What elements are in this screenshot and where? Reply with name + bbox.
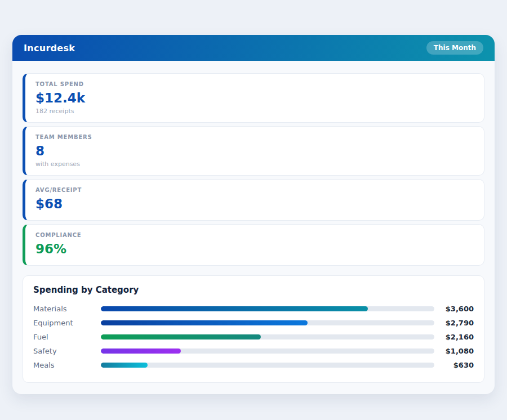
bar-row-meals: Meals$630 bbox=[33, 358, 474, 372]
stat-value: $12.4k bbox=[35, 90, 474, 106]
stat-label: COMPLIANCE bbox=[35, 232, 474, 239]
bar-category-label: Materials bbox=[33, 305, 101, 313]
bar-row-materials: Materials$3,600 bbox=[33, 302, 474, 316]
bar-category-label: Fuel bbox=[33, 333, 101, 341]
dashboard-panel: Incurdesk This Month TOTAL SPEND $12.4k … bbox=[12, 35, 495, 394]
stat-card-compliance: COMPLIANCE 96% bbox=[23, 224, 484, 266]
dashboard-body: TOTAL SPEND $12.4k 182 receipts TEAM MEM… bbox=[12, 61, 495, 383]
bar-row-safety: Safety$1,080 bbox=[33, 344, 474, 358]
bar-fill bbox=[101, 334, 261, 339]
chart-title: Spending by Category bbox=[33, 285, 474, 295]
stat-card-team-members: TEAM MEMBERS 8 with expenses bbox=[23, 126, 484, 176]
stat-label: TOTAL SPEND bbox=[35, 81, 474, 88]
stat-subtext: with expenses bbox=[35, 160, 474, 168]
stat-value: 8 bbox=[35, 142, 474, 159]
bar-category-label: Meals bbox=[33, 361, 101, 369]
bar-fill bbox=[101, 306, 368, 311]
bar-value-label: $3,600 bbox=[439, 305, 474, 313]
bar-value-label: $1,080 bbox=[439, 347, 474, 355]
app-title: Incurdesk bbox=[24, 43, 75, 53]
bar-row-equipment: Equipment$2,790 bbox=[33, 316, 474, 330]
bar-value-label: $2,160 bbox=[439, 333, 474, 341]
app-header: Incurdesk This Month bbox=[12, 35, 495, 61]
spending-by-category-chart: Spending by Category Materials$3,600Equi… bbox=[23, 275, 484, 383]
stat-label: AVG/RECEIPT bbox=[35, 187, 474, 194]
bar-track bbox=[101, 363, 434, 368]
bar-track bbox=[101, 348, 434, 354]
bar-row-fuel: Fuel$2,160 bbox=[33, 330, 474, 344]
period-filter-badge[interactable]: This Month bbox=[426, 41, 483, 55]
bar-track bbox=[101, 334, 434, 339]
bar-category-label: Equipment bbox=[33, 319, 101, 327]
stat-card-avg-receipt: AVG/RECEIPT $68 bbox=[23, 179, 484, 221]
stat-value: 96% bbox=[35, 240, 474, 257]
stat-label: TEAM MEMBERS bbox=[35, 134, 474, 141]
bar-fill bbox=[101, 363, 148, 368]
bar-track bbox=[101, 320, 434, 325]
bar-category-label: Safety bbox=[33, 347, 101, 355]
stat-subtext: 182 receipts bbox=[35, 108, 474, 115]
bar-fill bbox=[101, 348, 181, 354]
bar-track bbox=[101, 306, 434, 311]
bar-fill bbox=[101, 320, 308, 325]
bar-value-label: $2,790 bbox=[439, 319, 474, 327]
stat-value: $68 bbox=[35, 195, 474, 212]
chart-rows: Materials$3,600Equipment$2,790Fuel$2,160… bbox=[33, 302, 474, 372]
stat-card-total-spend: TOTAL SPEND $12.4k 182 receipts bbox=[23, 73, 484, 123]
bar-value-label: $630 bbox=[439, 361, 474, 369]
